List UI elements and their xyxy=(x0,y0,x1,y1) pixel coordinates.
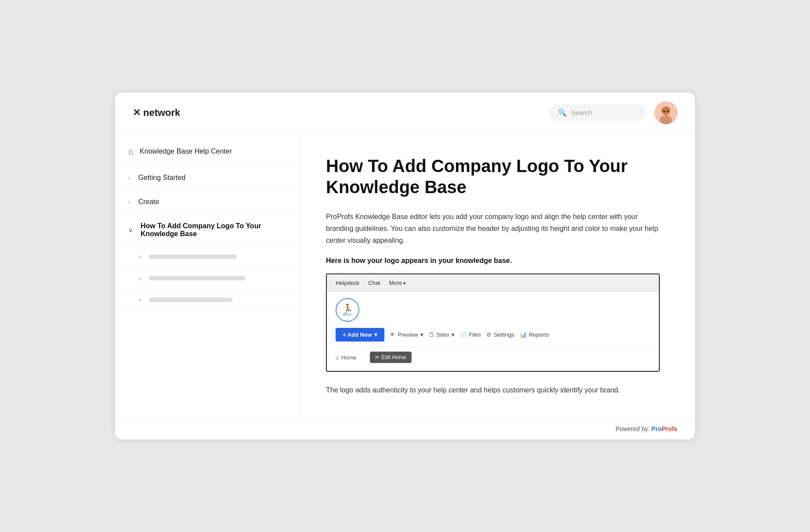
screenshot-nav-chat: Chat xyxy=(368,280,380,286)
search-icon: 🔍 xyxy=(558,108,567,117)
screenshot-toolbar: + Add New ▾ 👁 Preview ▾ 🗒 Sites ▾ xyxy=(336,328,650,341)
screenshot-nav: Helpdesk Chat More xyxy=(327,274,659,292)
article-footer-text: The logo adds authenticity to your help … xyxy=(326,384,660,396)
files-label: Files xyxy=(469,331,481,338)
article-title: How To Add Company Logo To Your Knowledg… xyxy=(326,155,633,198)
mist-text: MIST xyxy=(343,313,352,316)
toolbar-sites[interactable]: 🗒 Sites ▾ xyxy=(429,331,455,338)
home-breadcrumb-label: Home xyxy=(341,354,357,361)
chevron-down-icon: ∨ xyxy=(128,226,133,234)
sub-chevron-3: › xyxy=(139,296,141,303)
pencil-icon: ✏ xyxy=(375,354,380,360)
add-new-button[interactable]: + Add New ▾ xyxy=(336,328,384,341)
screenshot-body: 🏃 MIST + Add New ▾ 👁 Preview xyxy=(327,292,659,371)
toolbar-files[interactable]: 📄 Files xyxy=(460,331,481,338)
sidebar: ⌂ Knowledge Base Help Center › Getting S… xyxy=(115,133,300,418)
toolbar-preview[interactable]: 👁 Preview ▾ xyxy=(390,331,423,338)
toolbar-settings[interactable]: ⚙ Settings xyxy=(486,331,514,338)
toolbar-reports[interactable]: 📊 Reports xyxy=(520,331,549,338)
sidebar-item-getting-started[interactable]: › Getting Started xyxy=(115,166,299,190)
preview-label: Preview xyxy=(398,331,418,338)
reports-label: Reports xyxy=(529,331,549,338)
dropdown-arrow-icon: ▾ xyxy=(374,331,377,338)
proprofs-pro: Pro xyxy=(651,425,662,432)
add-new-label: + Add New xyxy=(343,331,372,338)
sub-item-bar-2 xyxy=(149,276,246,280)
edit-home-button[interactable]: ✏ Edit Home xyxy=(370,352,412,363)
sidebar-sub-item-2[interactable]: › xyxy=(115,268,299,289)
sidebar-how-to-add-label: How To Add Company Logo To Your Knowledg… xyxy=(141,222,286,238)
svg-point-4 xyxy=(663,111,665,112)
eye-icon: 👁 xyxy=(390,331,395,338)
logo-icon: ✕ xyxy=(133,108,141,118)
preview-arrow: ▾ xyxy=(420,331,423,338)
sidebar-home-label: Knowledge Base Help Center xyxy=(140,147,232,155)
screenshot-logo-area: 🏃 MIST xyxy=(336,298,650,322)
settings-label: Settings xyxy=(494,331,514,338)
sub-chevron-1: › xyxy=(139,253,141,260)
sub-item-bar-3 xyxy=(149,298,232,302)
sites-label: Sites xyxy=(437,331,449,338)
mist-logo: 🏃 MIST xyxy=(336,298,359,322)
header-right: 🔍 Search xyxy=(549,101,677,124)
screenshot-container: Helpdesk Chat More 🏃 MIST xyxy=(326,273,660,372)
logo: ✕ network xyxy=(133,107,180,119)
breadcrumb-home: ⌂ Home xyxy=(336,354,357,361)
settings-icon: ⚙ xyxy=(486,331,492,338)
main-card: ✕ network 🔍 Search xyxy=(115,93,695,440)
chevron-right-icon-2: › xyxy=(128,198,130,205)
sub-item-bar-1 xyxy=(149,255,237,259)
article-intro: ProProfs Knowledge Base editor lets you … xyxy=(326,211,660,247)
avatar[interactable] xyxy=(655,101,677,124)
sidebar-create-label: Create xyxy=(138,198,159,206)
article-highlight: Here is how your logo appears in your kn… xyxy=(326,257,669,265)
files-icon: 📄 xyxy=(460,331,467,338)
body-layout: ⌂ Knowledge Base Help Center › Getting S… xyxy=(115,133,695,418)
chevron-right-icon: › xyxy=(128,174,130,181)
page-footer: Powered by: ProProfs xyxy=(115,418,695,439)
sidebar-sub-item-1[interactable]: › xyxy=(115,246,299,268)
sidebar-item-home[interactable]: ⌂ Knowledge Base Help Center xyxy=(115,138,299,166)
sites-arrow: ▾ xyxy=(452,331,455,338)
sidebar-item-create[interactable]: › Create xyxy=(115,190,299,214)
sidebar-item-how-to-add[interactable]: ∨ How To Add Company Logo To Your Knowle… xyxy=(115,214,299,246)
edit-home-label: Edit Home xyxy=(382,354,406,360)
screenshot-nav-helpdesk: Helpdesk xyxy=(336,280,359,286)
reports-icon: 📊 xyxy=(520,331,527,338)
svg-point-5 xyxy=(667,111,669,112)
home-icon: ⌂ xyxy=(128,147,134,157)
sites-icon: 🗒 xyxy=(429,331,434,338)
avatar-image xyxy=(655,101,677,124)
search-label: Search xyxy=(571,109,592,116)
screenshot-breadcrumb: ⌂ Home ✏ Edit Home xyxy=(336,347,650,365)
mist-figure-icon: 🏃 xyxy=(342,304,353,313)
proprofs-profs: Profs xyxy=(662,425,677,432)
home-breadcrumb-icon: ⌂ xyxy=(336,354,339,361)
powered-by-label: Powered by: xyxy=(615,425,650,432)
search-bar[interactable]: 🔍 Search xyxy=(549,104,646,121)
svg-point-2 xyxy=(660,115,672,124)
sidebar-getting-started-label: Getting Started xyxy=(138,174,186,182)
screenshot-nav-more: More xyxy=(389,280,406,286)
content-area: How To Add Company Logo To Your Knowledg… xyxy=(300,133,695,418)
sidebar-sub-item-3[interactable]: › xyxy=(115,289,299,311)
header: ✕ network 🔍 Search xyxy=(115,93,695,133)
sub-chevron-2: › xyxy=(139,275,141,282)
svg-point-3 xyxy=(662,107,670,114)
logo-text: network xyxy=(143,107,180,119)
